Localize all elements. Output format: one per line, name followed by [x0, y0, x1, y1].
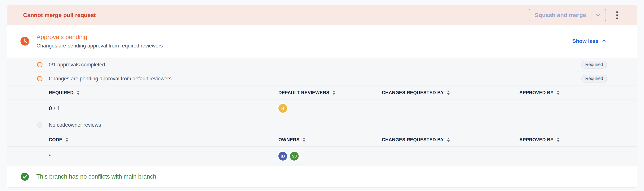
sort-icon [557, 91, 560, 95]
avatar[interactable]: [B [278, 152, 287, 160]
sort-icon [557, 138, 560, 142]
check-row-approvals-count: 0/1 approvals completed Required [7, 58, 637, 72]
merge-checks-list: 0/1 approvals completed Required Changes… [7, 58, 637, 166]
banner-title: Cannot merge pull request [23, 12, 96, 18]
codeowners-table-header: CODE OWNERS CHANGES REQUESTED BY APPROVE… [7, 133, 637, 146]
approvals-pending-subtitle: Changes are pending approval from requir… [36, 43, 163, 49]
approvals-pending-title: Approvals pending [36, 34, 163, 41]
sort-icon [447, 91, 450, 95]
no-conflicts-message: This branch has no conflicts with main b… [36, 173, 156, 180]
column-header-changes-requested-by[interactable]: CHANGES REQUESTED BY [382, 90, 519, 95]
page: Cannot merge pull request Squash and mer… [0, 0, 644, 191]
column-header-code[interactable]: CODE [49, 137, 278, 142]
merge-checks-card: Cannot merge pull request Squash and mer… [7, 5, 637, 187]
approvals-pending-text: Approvals pending Changes are pending ap… [36, 34, 163, 49]
check-label: Changes are pending approval from defaul… [49, 76, 172, 82]
default-reviewers-avatars: H [278, 104, 382, 113]
neutral-status-icon [37, 122, 42, 128]
code-pattern: * [49, 153, 278, 159]
codeowners-table-row: * [B SJ [7, 147, 637, 166]
required-reviewers-table-row: 0 / 1 H [7, 100, 637, 117]
column-header-required[interactable]: REQUIRED [49, 90, 278, 95]
required-badge: Required [582, 75, 607, 83]
clock-icon [20, 37, 29, 46]
sort-icon [303, 138, 305, 142]
check-row-default-reviewers: Changes are pending approval from defaul… [7, 72, 637, 86]
required-badge: Required [582, 61, 607, 69]
no-conflicts-row: This branch has no conflicts with main b… [7, 166, 637, 187]
button-divider [591, 12, 592, 19]
chevron-down-icon[interactable] [595, 12, 601, 18]
avatar[interactable]: SJ [290, 152, 299, 160]
approvals-count: 0 / 1 [49, 105, 278, 112]
more-options-button[interactable] [615, 9, 619, 21]
column-header-default-reviewers[interactable]: DEFAULT REVIEWERS [278, 90, 382, 95]
column-header-owners[interactable]: OWNERS [278, 137, 382, 142]
required-reviewers-table-header: REQUIRED DEFAULT REVIEWERS CHANGES REQUE… [7, 86, 637, 100]
column-header-approved-by[interactable]: APPROVED BY [519, 137, 607, 142]
owners-avatars: [B SJ [278, 152, 382, 160]
sort-icon [77, 91, 80, 95]
check-label: 0/1 approvals completed [49, 62, 105, 68]
sort-icon [66, 138, 68, 142]
squash-and-merge-button[interactable]: Squash and merge [529, 9, 606, 21]
kebab-dot [616, 11, 618, 13]
approvals-pending-section-header: Approvals pending Changes are pending ap… [7, 25, 637, 58]
kebab-dot [616, 18, 618, 19]
show-less-link[interactable]: Show less [572, 38, 607, 45]
chevron-up-icon [601, 38, 607, 45]
cannot-merge-banner: Cannot merge pull request Squash and mer… [7, 6, 637, 25]
sort-icon [332, 91, 335, 95]
column-header-changes-requested-by[interactable]: CHANGES REQUESTED BY [382, 137, 519, 142]
show-less-label: Show less [572, 38, 598, 44]
sort-icon [447, 138, 450, 142]
check-label: No codeowner reviews [49, 122, 101, 128]
kebab-dot [616, 14, 618, 16]
check-row-codeowners: No codeowner reviews [7, 117, 637, 133]
pending-status-icon [37, 76, 42, 81]
merge-button-label: Squash and merge [535, 12, 586, 18]
column-header-approved-by[interactable]: APPROVED BY [519, 90, 607, 95]
check-circle-icon [21, 173, 29, 181]
pending-status-icon [37, 62, 42, 67]
avatar[interactable]: H [278, 104, 287, 113]
